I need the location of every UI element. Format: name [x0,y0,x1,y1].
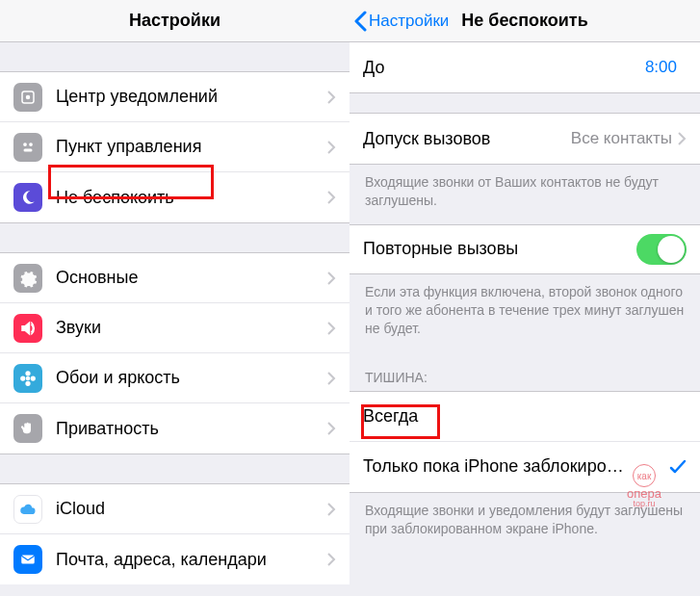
svg-point-2 [23,143,27,146]
svg-point-1 [26,94,31,99]
chevron-right-icon [327,191,336,204]
chevron-right-icon [327,272,336,285]
row-sounds[interactable]: Звуки [0,303,350,353]
row-label: Обои и яркость [56,368,327,388]
row-privacy[interactable]: Приватность [0,403,350,453]
chevron-left-icon [353,11,367,32]
row-label: iCloud [56,499,327,519]
row-label: Пункт управления [56,137,327,157]
left-page-title: Настройки [129,11,220,31]
silence-locked-label: Только пока iPhone заблокиро… [363,456,669,477]
row-label: Центр уведомлений [56,87,327,107]
hand-icon [13,414,42,443]
row-wallpaper-brightness[interactable]: Обои и яркость [0,353,350,403]
chevron-right-icon [327,322,336,335]
svg-point-5 [26,376,31,380]
chevron-right-icon [678,132,687,145]
row-schedule-to[interactable]: До 8:00 [350,42,700,92]
left-navbar: Настройки [0,0,350,42]
svg-point-7 [26,381,30,385]
back-button[interactable]: Настройки [353,0,449,42]
settings-group-3: iCloud Почта, адреса, календари [0,483,350,584]
repeated-footer: Если эта функция включена, второй звонок… [350,274,700,352]
row-label: Звуки [56,318,327,338]
row-silence-always[interactable]: Всегда [350,392,700,442]
chevron-right-icon [327,553,336,566]
schedule-group: До 8:00 [350,42,700,93]
row-label: Основные [56,268,327,288]
notification-center-icon [13,83,42,112]
row-notification-center[interactable]: Центр уведомлений [0,72,350,122]
row-repeated-calls: Повторные вызовы [350,224,700,274]
svg-rect-4 [24,148,33,151]
right-navbar: Настройки Не беспокоить [350,0,700,42]
chevron-right-icon [327,503,336,516]
chevron-right-icon [327,422,336,435]
row-control-center[interactable]: Пункт управления [0,122,350,172]
speaker-icon [13,314,42,343]
row-mail-contacts-calendars[interactable]: Почта, адреса, календари [0,534,350,584]
allow-calls-value: Все контакты [571,129,672,148]
checkmark-icon [669,458,687,476]
repeated-label: Повторные вызовы [363,239,636,259]
gear-icon [13,264,42,293]
chevron-right-icon [327,141,336,154]
svg-point-6 [26,371,30,375]
allow-calls-label: Допуск вызовов [363,129,571,149]
row-label: Приватность [56,419,327,439]
to-time-value: 8:00 [645,58,677,77]
row-label: Почта, адреса, календари [56,550,327,570]
cloud-icon [13,495,42,524]
silence-section-header: ТИШИНА: [350,352,700,391]
silence-group: Всегда Только пока iPhone заблокиро… [350,391,700,493]
back-label: Настройки [369,12,449,31]
chevron-right-icon [327,91,336,104]
moon-icon [13,183,42,212]
silence-always-label: Всегда [363,406,687,427]
svg-rect-10 [21,556,35,564]
repeated-calls-switch[interactable] [636,234,687,265]
row-allow-calls-from[interactable]: Допуск вызовов Все контакты [350,114,700,164]
control-center-icon [13,133,42,162]
allow-calls-group: Допуск вызовов Все контакты [350,113,700,165]
right-page-title: Не беспокоить [461,11,588,31]
silence-footer: Входящие звонки и уведомления будут загл… [350,493,700,553]
row-label: Не беспокоить [56,188,327,208]
allow-calls-footer: Входящие звонки от Ваших контактов не бу… [350,165,700,224]
settings-group-2: Основные Звуки Обои и яркость [0,252,350,454]
row-do-not-disturb[interactable]: Не беспокоить [0,172,350,222]
svg-point-3 [29,143,33,146]
svg-point-9 [31,376,35,380]
chevron-right-icon [327,372,336,385]
row-icloud[interactable]: iCloud [0,484,350,534]
flower-icon [13,364,42,393]
row-silence-locked[interactable]: Только пока iPhone заблокиро… [350,442,700,492]
mail-icon [13,545,42,574]
settings-group-1: Центр уведомлений Пункт управления Не бе… [0,71,350,223]
svg-point-8 [21,376,25,380]
to-label: До [363,58,645,78]
row-general[interactable]: Основные [0,253,350,303]
